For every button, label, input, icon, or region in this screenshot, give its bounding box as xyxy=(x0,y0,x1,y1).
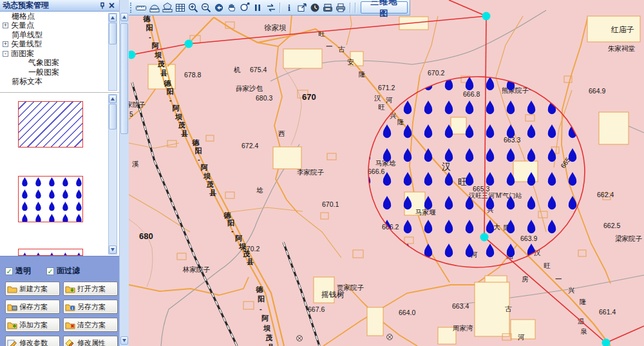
info-icon[interactable]: i xyxy=(283,1,295,14)
open-plan-button[interactable]: 打开方案 xyxy=(63,282,118,296)
map-label: 朱家祠堂 xyxy=(608,44,635,52)
map-label: 古 xyxy=(505,305,512,312)
toolbar-separator xyxy=(355,3,355,13)
tree-item-arrow-text[interactable]: 箭标文本 xyxy=(0,77,119,87)
map-label: 670.1 xyxy=(322,200,339,208)
panel-scrollbar[interactable] xyxy=(119,0,129,346)
export-icon[interactable] xyxy=(296,1,308,14)
save-plan-button[interactable]: 保存方案 xyxy=(5,300,60,314)
measure-dome-icon[interactable] xyxy=(148,1,160,14)
map-label: 阿 xyxy=(201,164,209,171)
svg-text:i: i xyxy=(72,305,73,310)
panel-title-bar: 动态预案管理 × xyxy=(0,0,119,12)
tree-item-weather-pattern[interactable]: 气象图案 xyxy=(0,59,119,68)
scroll-up-icon[interactable] xyxy=(120,13,128,21)
map-label: 县 xyxy=(181,130,188,137)
zoom-select-icon[interactable] xyxy=(239,1,251,14)
map-label: 坝 xyxy=(238,242,246,250)
map-label: 坝 xyxy=(154,51,162,59)
folder-info-icon: i xyxy=(65,303,75,311)
pin-icon[interactable] xyxy=(97,1,107,10)
tree-item-area-pattern[interactable]: -面图案 xyxy=(0,49,119,59)
transparent-checkbox[interactable]: ✓ 透明 xyxy=(5,265,31,276)
map-canvas[interactable]: 徐家坝红庙子朱家祠堂熊家院子机675.4678.8薛家沙包680.3670671… xyxy=(129,0,644,346)
pattern-scrollbar[interactable] xyxy=(108,94,117,255)
map-label: 一 xyxy=(555,275,562,283)
expand-icon[interactable]: + xyxy=(3,23,8,28)
zoom-out-icon[interactable] xyxy=(200,1,212,14)
gis-application: 动态预案管理 × 栅格点 +矢量点 简单线型 +矢量线型 -面图案 气象图案 一… xyxy=(0,0,644,346)
vertex-handle[interactable] xyxy=(185,40,193,48)
map-label: 680 xyxy=(139,231,153,241)
map-label: 薛家沙包 xyxy=(236,84,263,92)
measure-area-icon[interactable] xyxy=(161,1,173,14)
toolbar-separator xyxy=(279,3,280,13)
add-plan-button[interactable]: 添加方案 xyxy=(5,318,60,332)
map-label: 德 xyxy=(223,211,231,219)
edit-params-button[interactable]: 修改参数 xyxy=(5,336,60,346)
measure-distance-icon[interactable] xyxy=(135,1,147,14)
pan-hand-icon[interactable] xyxy=(226,1,238,14)
scroll-up-icon[interactable] xyxy=(109,95,117,103)
print-preview-icon[interactable] xyxy=(321,1,334,14)
vertex-handle[interactable] xyxy=(480,233,489,242)
print-icon[interactable] xyxy=(335,1,347,14)
swap-icon[interactable] xyxy=(265,1,277,14)
scroll-down-icon[interactable] xyxy=(120,336,128,345)
folder-icon xyxy=(7,285,17,293)
map-label: 661.4 xyxy=(599,308,616,316)
map-area: 徐家坝红庙子朱家祠堂熊家院子机675.4678.8薛家沙包680.3670671… xyxy=(129,0,644,346)
scroll-down-icon[interactable] xyxy=(109,245,117,254)
vertex-handle[interactable] xyxy=(482,12,491,21)
pattern-swatch-partial[interactable] xyxy=(18,249,83,256)
map-label: 梁家院子 xyxy=(615,235,643,242)
scrollbar-thumb[interactable] xyxy=(120,23,128,134)
nav-back-icon[interactable] xyxy=(213,1,225,14)
pattern-list xyxy=(0,93,119,256)
expand-icon[interactable]: + xyxy=(3,41,8,47)
map-label: 古 xyxy=(338,45,345,53)
tree-scrollbar[interactable] xyxy=(108,13,117,91)
map-label: 县 xyxy=(160,69,167,77)
map-label: 安 xyxy=(347,58,354,66)
map-label: 河 xyxy=(386,96,393,104)
zoom-in-icon[interactable] xyxy=(187,1,199,14)
map-label: 旺 xyxy=(378,103,385,111)
map-label: 周家湾 xyxy=(453,324,473,332)
map-label: 662.5 xyxy=(603,222,620,229)
map-label: 河 xyxy=(518,333,525,341)
toolbar-grip[interactable] xyxy=(130,3,133,13)
map-label: 坝 xyxy=(203,172,211,180)
pattern-swatch-hatch[interactable] xyxy=(18,101,83,148)
close-icon[interactable]: × xyxy=(107,1,117,10)
scroll-up-icon[interactable] xyxy=(109,14,117,22)
map-label: 670.2 xyxy=(428,69,444,77)
map-label: 李家院子 xyxy=(297,168,325,176)
map-3d-button[interactable]: 三维地图 xyxy=(361,1,408,14)
new-plan-button[interactable]: 新建方案 xyxy=(5,282,60,296)
map-label: 5 xyxy=(129,111,133,118)
pencil-icon xyxy=(7,339,17,346)
scrollbar-thumb[interactable] xyxy=(109,23,117,44)
history-clock-icon[interactable] xyxy=(308,1,321,14)
map-label: 兴 xyxy=(568,286,575,294)
grid-icon[interactable] xyxy=(174,1,186,14)
map-label: 茂 xyxy=(158,60,165,68)
check-icon[interactable]: ✓ xyxy=(46,267,54,275)
check-icon[interactable]: ✓ xyxy=(5,267,13,275)
pause-icon[interactable] xyxy=(252,1,264,14)
layer-tree: 栅格点 +矢量点 简单线型 +矢量线型 -面图案 气象图案 一般图案 箭标文本 xyxy=(0,12,119,92)
pattern-swatch-drops[interactable] xyxy=(18,176,83,222)
clear-plan-button[interactable]: 清空方案 xyxy=(63,318,118,332)
map-label: 667.6 xyxy=(308,305,325,313)
folder-clear-icon xyxy=(65,321,75,329)
edit-attrs-button[interactable]: 修改属性 xyxy=(63,336,118,346)
collapse-icon[interactable]: - xyxy=(3,51,8,57)
folder-open-icon xyxy=(65,285,75,293)
save-as-plan-button[interactable]: i 另存方案 xyxy=(63,300,118,314)
area-filter-checkbox[interactable]: ✓ 面过滤 xyxy=(46,265,80,276)
plan-area-circle[interactable] xyxy=(368,77,585,267)
toolbar-separator xyxy=(350,3,350,13)
map-label: 662.4 xyxy=(597,191,614,198)
scrollbar-thumb[interactable] xyxy=(109,104,117,130)
